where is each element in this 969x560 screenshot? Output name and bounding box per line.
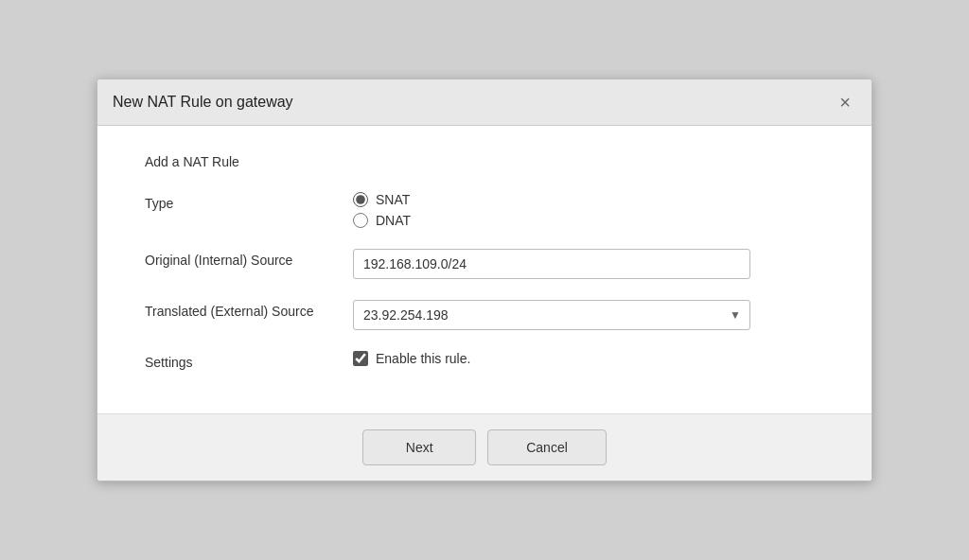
translated-source-group: Translated (External) Source 23.92.254.1… [145, 300, 824, 330]
dialog-wrapper: New NAT Rule on gateway × Add a NAT Rule… [0, 0, 969, 560]
dialog-title: New NAT Rule on gateway [113, 94, 293, 111]
enable-rule-label: Enable this rule. [376, 351, 470, 366]
original-source-group: Original (Internal) Source [145, 249, 824, 279]
settings-group: Settings Enable this rule. [145, 351, 824, 370]
snat-label: SNAT [376, 192, 410, 207]
translated-source-label: Translated (External) Source [145, 300, 353, 319]
type-field-group: Type SNAT DNAT [145, 192, 824, 228]
translated-source-select-wrapper: 23.92.254.198 ▼ [353, 300, 750, 330]
nat-rule-dialog: New NAT Rule on gateway × Add a NAT Rule… [97, 79, 872, 481]
original-source-control [353, 249, 824, 279]
cancel-button[interactable]: Cancel [487, 429, 607, 465]
dnat-label: DNAT [376, 213, 411, 228]
snat-radio[interactable] [353, 192, 368, 207]
dnat-radio[interactable] [353, 213, 368, 228]
translated-source-control: 23.92.254.198 ▼ [353, 300, 824, 330]
snat-radio-item[interactable]: SNAT [353, 192, 824, 207]
dialog-body: Add a NAT Rule Type SNAT DNAT Origi [97, 126, 872, 413]
close-button[interactable]: × [834, 91, 856, 114]
settings-label: Settings [145, 351, 353, 370]
original-source-label: Original (Internal) Source [145, 249, 353, 268]
dialog-footer: Next Cancel [97, 413, 872, 481]
translated-source-select[interactable]: 23.92.254.198 [353, 300, 750, 330]
type-radio-group: SNAT DNAT [353, 192, 824, 228]
settings-control: Enable this rule. [353, 351, 824, 366]
section-title: Add a NAT Rule [145, 154, 824, 169]
enable-rule-checkbox[interactable] [353, 351, 368, 366]
original-source-input[interactable] [353, 249, 750, 279]
dialog-titlebar: New NAT Rule on gateway × [97, 79, 872, 126]
dnat-radio-item[interactable]: DNAT [353, 213, 824, 228]
next-button[interactable]: Next [362, 429, 476, 465]
type-label: Type [145, 192, 353, 211]
